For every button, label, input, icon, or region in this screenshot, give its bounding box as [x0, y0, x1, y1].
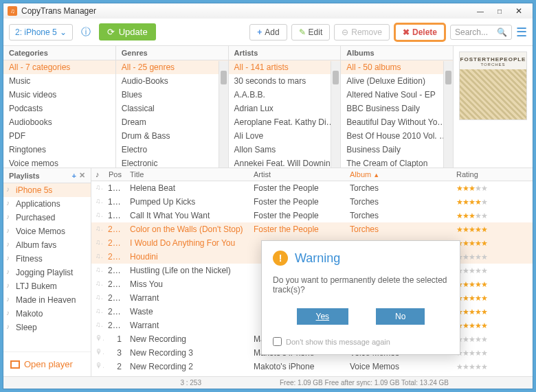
- albums-header[interactable]: Albums: [341, 46, 453, 60]
- minimize-button[interactable]: —: [471, 5, 490, 17]
- sidebar-item[interactable]: Jogging Playlist: [3, 266, 91, 279]
- categories-header[interactable]: Categories: [3, 46, 115, 60]
- genres-scrollbar[interactable]: [219, 61, 228, 168]
- track-rating[interactable]: ★★★★★: [452, 319, 533, 332]
- browser-item[interactable]: Music videos: [3, 88, 115, 102]
- table-row[interactable]: ♫199Call It What You WantFoster the Peop…: [91, 209, 533, 222]
- track-rating[interactable]: ★★★★★: [452, 305, 533, 319]
- track-rating[interactable]: ★★★★★: [452, 373, 533, 376]
- browser-item[interactable]: Audio-Books: [116, 74, 228, 88]
- browser-item[interactable]: 30 seconds to mars: [229, 74, 341, 88]
- browser-item[interactable]: Blues: [116, 88, 228, 102]
- album-artwork[interactable]: FOSTERTHEPEOPLE TORCHES: [459, 51, 527, 120]
- track-rating[interactable]: ★★★★★: [452, 250, 533, 264]
- browser-item[interactable]: Ringtones: [3, 143, 115, 157]
- browser-item[interactable]: Altered Native Soul - EP: [341, 88, 453, 102]
- table-row[interactable]: 🎙5DrumsMakoto's iPhoneVoice Memos★★★★★: [91, 373, 533, 376]
- table-row[interactable]: ♫198Pumped Up KicksFoster the PeopleTorc…: [91, 195, 533, 209]
- close-button[interactable]: ✕: [509, 5, 528, 17]
- sidebar-item[interactable]: Fitness: [3, 252, 91, 266]
- browser-item[interactable]: Annekei Feat. Will Downing: [229, 157, 341, 168]
- close-sidebar-button[interactable]: ✕: [79, 171, 85, 180]
- col-title[interactable]: Title: [126, 168, 249, 181]
- dialog-dontshow[interactable]: Don't show this message again: [262, 333, 460, 354]
- device-selector[interactable]: 2: iPhone 5 ⌄: [9, 24, 73, 41]
- browser-item[interactable]: Ali Love: [229, 129, 341, 143]
- artists-header[interactable]: Artists: [229, 46, 341, 60]
- sidebar-item[interactable]: Makoto: [3, 307, 91, 321]
- sidebar-item[interactable]: LTJ Bukem: [3, 279, 91, 293]
- track-rating[interactable]: ★★★★★: [452, 346, 533, 360]
- dontshow-checkbox[interactable]: [273, 337, 282, 346]
- browser-item[interactable]: Electronic: [116, 157, 228, 168]
- track-title: Drums: [126, 373, 249, 376]
- col-artist[interactable]: Artist: [249, 168, 346, 181]
- browser-item[interactable]: Alive (Deluxe Edition): [341, 74, 453, 88]
- track-rating[interactable]: ★★★★★: [452, 360, 533, 373]
- browser-item[interactable]: Aeroplane Feat. Kathy Diamond: [229, 115, 341, 129]
- remove-button[interactable]: ⊖Remove: [334, 24, 390, 41]
- track-rating[interactable]: ★★★★★: [452, 222, 533, 236]
- browser-item[interactable]: A.A.B.B.: [229, 88, 341, 102]
- col-pos[interactable]: Pos: [104, 168, 126, 181]
- track-rating[interactable]: ★★★★★: [452, 264, 533, 277]
- browser-item[interactable]: Adrian Lux: [229, 102, 341, 115]
- dialog-yes-button[interactable]: Yes: [297, 308, 349, 325]
- col-rating[interactable]: Rating: [452, 168, 533, 181]
- browser-item[interactable]: BBC Business Daily: [341, 102, 453, 115]
- browser-item[interactable]: Beautiful Day Without You CDM: [341, 115, 453, 129]
- browser-item[interactable]: Best Of House 2010 Vol. 01 - Mixe...: [341, 129, 453, 143]
- hamburger-menu[interactable]: ☰: [516, 25, 527, 40]
- browser-item[interactable]: Allon Sams: [229, 143, 341, 157]
- sidebar-item[interactable]: Album favs: [3, 238, 91, 252]
- artists-scrollbar[interactable]: [331, 61, 340, 168]
- browser-item[interactable]: Classical: [116, 102, 228, 115]
- browser-item-all[interactable]: All - 7 categories: [3, 60, 115, 74]
- col-kind[interactable]: ♪: [91, 168, 104, 181]
- browser-item[interactable]: PDF: [3, 129, 115, 143]
- add-playlist-button[interactable]: +: [72, 172, 76, 180]
- delete-button[interactable]: ✖Delete: [394, 23, 446, 42]
- open-player-button[interactable]: Open player: [3, 351, 91, 376]
- browser-item-all[interactable]: All - 141 artists: [229, 60, 341, 74]
- update-button[interactable]: ⟳ Update: [99, 23, 156, 41]
- info-button[interactable]: ⓘ: [77, 23, 95, 41]
- sidebar-item[interactable]: Voice Memos: [3, 224, 91, 238]
- titlebar[interactable]: ♫ CopyTrans Manager — □ ✕: [3, 3, 533, 19]
- track-rating[interactable]: ★★★★★: [452, 195, 533, 209]
- sidebar-item[interactable]: Applications: [3, 197, 91, 211]
- search-input[interactable]: Search... 🔍: [450, 25, 512, 40]
- browser-item[interactable]: Voice memos: [3, 157, 115, 168]
- genres-header[interactable]: Genres: [116, 46, 228, 60]
- track-rating[interactable]: ★★★★★: [452, 209, 533, 222]
- table-row[interactable]: ♫200Color on the Walls (Don't Stop)Foste…: [91, 222, 533, 236]
- browser-item[interactable]: Business Daily: [341, 143, 453, 157]
- browser-item[interactable]: Podcasts: [3, 102, 115, 115]
- table-row[interactable]: ♫197Helena BeatFoster the PeopleTorches★…: [91, 181, 533, 195]
- browser-item[interactable]: Audiobooks: [3, 115, 115, 129]
- col-album[interactable]: Album ▲: [346, 168, 452, 181]
- maximize-button[interactable]: □: [490, 5, 509, 17]
- track-rating[interactable]: ★★★★★: [452, 236, 533, 250]
- sidebar-item[interactable]: iPhone 5s: [3, 183, 91, 197]
- browser-item[interactable]: Music: [3, 74, 115, 88]
- edit-button[interactable]: ✎Edit: [291, 24, 331, 41]
- browser-item[interactable]: Drum & Bass: [116, 129, 228, 143]
- track-rating[interactable]: ★★★★★: [452, 332, 533, 346]
- track-rating[interactable]: ★★★★★: [452, 291, 533, 305]
- albums-scrollbar[interactable]: [443, 61, 453, 168]
- browser-item[interactable]: Electro: [116, 143, 228, 157]
- track-rating[interactable]: ★★★★★: [452, 277, 533, 291]
- sidebar-item[interactable]: Purchased: [3, 211, 91, 224]
- x-icon: ✖: [403, 27, 410, 37]
- sidebar-item[interactable]: Made in Heaven: [3, 293, 91, 307]
- browser-item-all[interactable]: All - 50 albums: [341, 60, 453, 74]
- table-row[interactable]: 🎙2New Recording 2Makoto's iPhoneVoice Me…: [91, 360, 533, 373]
- track-rating[interactable]: ★★★★★: [452, 181, 533, 195]
- browser-item-all[interactable]: All - 25 genres: [116, 60, 228, 74]
- browser-item[interactable]: Dream: [116, 115, 228, 129]
- add-button[interactable]: +Add: [249, 24, 287, 41]
- dialog-no-button[interactable]: No: [376, 308, 425, 325]
- sidebar-item[interactable]: Sleep: [3, 321, 91, 334]
- browser-item[interactable]: The Cream of Clapton: [341, 157, 453, 168]
